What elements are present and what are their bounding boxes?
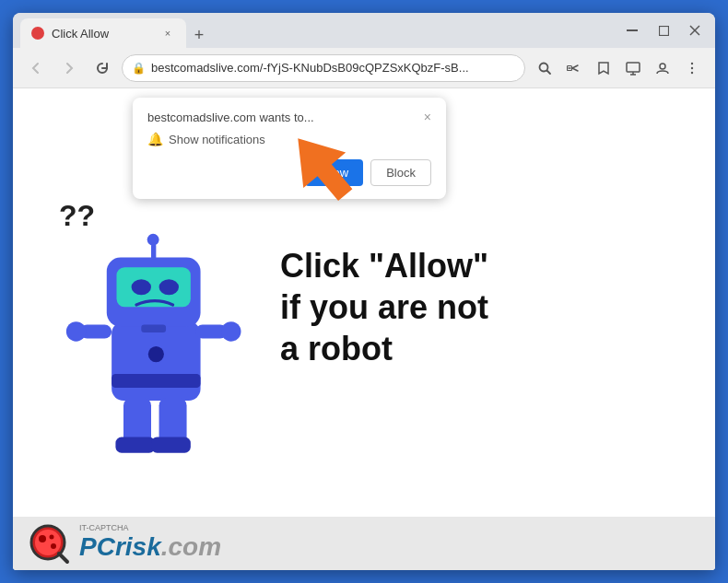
menu-icon[interactable] — [678, 54, 706, 82]
forward-button[interactable] — [55, 54, 83, 82]
svg-point-11 — [691, 62, 693, 64]
pcrisk-footer: IT-CAPTCHA PCrisk.com — [13, 517, 715, 570]
svg-point-28 — [221, 321, 241, 341]
maximize-button[interactable] — [651, 17, 676, 43]
captcha-label-container: IT-CAPTCHA PCrisk.com — [79, 525, 221, 562]
robot-illustration — [41, 208, 262, 484]
pcrisk-brand: PCrisk.com — [79, 532, 221, 562]
tab-close-button[interactable]: × — [160, 26, 175, 41]
active-tab[interactable]: Click Allow × — [20, 18, 186, 48]
question-marks: ?? — [59, 199, 95, 233]
svg-rect-1 — [659, 26, 668, 35]
svg-point-18 — [132, 279, 151, 295]
popup-title: bestcomadslive.com wants to... — [147, 111, 314, 124]
address-bar[interactable]: 🔒 bestcomadslive.com/-fYjS-KNubDsB09cQPZ… — [122, 54, 525, 82]
svg-rect-0 — [627, 29, 638, 31]
main-text-line2: if you are not — [280, 286, 488, 328]
tab-favicon — [31, 27, 44, 40]
browser-window: Click Allow × + 🔒 — [13, 13, 715, 570]
tab-area: Click Allow × + — [20, 13, 616, 48]
window-controls — [619, 17, 708, 43]
captcha-icon — [28, 522, 70, 565]
main-text: Click "Allow" if you are not a robot — [280, 208, 488, 369]
svg-point-36 — [51, 543, 56, 549]
page-content: bestcomadslive.com wants to... × 🔔 Show … — [13, 88, 715, 570]
main-content: ?? — [13, 190, 715, 570]
reload-button[interactable] — [88, 54, 116, 82]
bell-icon: 🔔 — [147, 132, 163, 146]
tab-title: Click Allow — [52, 27, 109, 41]
nav-icons-right — [531, 54, 706, 82]
svg-point-34 — [35, 530, 61, 555]
block-button[interactable]: Block — [370, 159, 431, 186]
back-button[interactable] — [22, 54, 50, 82]
close-button[interactable] — [682, 17, 708, 43]
show-notifications-label: Show notifications — [169, 133, 265, 146]
svg-point-19 — [159, 279, 179, 295]
svg-point-13 — [691, 71, 693, 73]
main-text-line1: Click "Allow" — [280, 245, 488, 286]
robot-container: ?? — [41, 208, 262, 488]
svg-point-10 — [660, 64, 665, 69]
desktop-icon[interactable] — [619, 54, 647, 82]
url-text: bestcomadslive.com/-fYjS-KNubDsB09cQPZSx… — [151, 61, 515, 75]
pcrisk-suffix: .com — [161, 532, 221, 561]
new-tab-button[interactable]: + — [186, 22, 212, 48]
svg-point-21 — [147, 234, 159, 246]
svg-point-26 — [66, 321, 86, 341]
svg-rect-23 — [112, 374, 200, 388]
popup-header: bestcomadslive.com wants to... × — [147, 111, 431, 124]
svg-point-12 — [691, 66, 693, 68]
captcha-label: IT-CAPTCHA — [79, 523, 221, 532]
svg-point-24 — [148, 346, 164, 362]
pcrisk-logo-container: IT-CAPTCHA PCrisk.com — [28, 522, 221, 565]
main-text-line3: a robot — [280, 328, 488, 369]
svg-rect-20 — [151, 244, 156, 260]
profile-icon[interactable] — [649, 54, 676, 82]
svg-rect-32 — [151, 437, 191, 453]
popup-close-button[interactable]: × — [424, 111, 431, 123]
search-icon[interactable] — [531, 54, 558, 82]
nav-bar: 🔒 bestcomadslive.com/-fYjS-KNubDsB09cQPZ… — [13, 48, 715, 88]
title-bar: Click Allow × + — [13, 13, 715, 48]
minimize-button[interactable] — [619, 17, 645, 43]
svg-rect-7 — [627, 63, 640, 72]
share-icon[interactable] — [560, 54, 588, 82]
svg-point-37 — [50, 535, 54, 540]
svg-line-5 — [547, 70, 551, 74]
pcrisk-name: PCrisk — [79, 532, 161, 561]
bookmark-icon[interactable] — [590, 54, 617, 82]
svg-rect-31 — [115, 437, 155, 453]
arrow-container — [280, 125, 363, 212]
svg-marker-14 — [280, 125, 363, 208]
arrow-icon — [280, 125, 363, 208]
lock-icon: 🔒 — [132, 62, 146, 75]
svg-point-35 — [39, 535, 46, 542]
svg-rect-22 — [141, 324, 166, 332]
